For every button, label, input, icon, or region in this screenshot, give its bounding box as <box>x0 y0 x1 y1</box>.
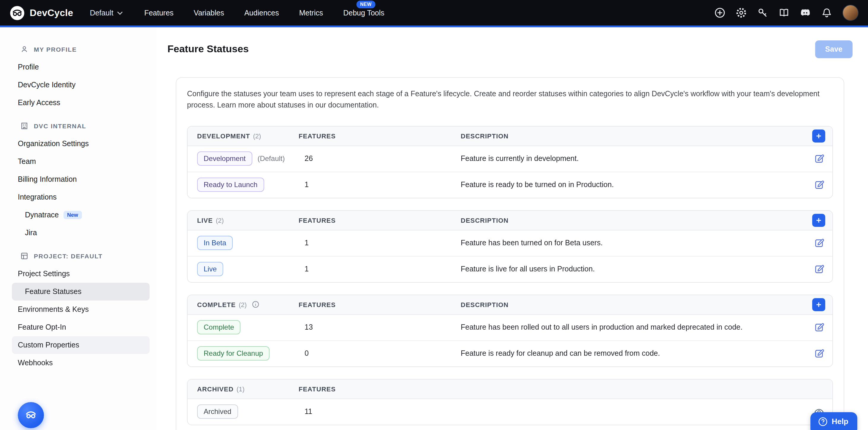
plus-icon <box>816 301 822 308</box>
notifications-icon[interactable] <box>821 7 832 19</box>
status-description: Feature is live for all users in Product… <box>461 265 805 274</box>
status-category-live: LIVE (2) FEATURES DESCRIPTION In Beta <box>187 210 833 283</box>
category-count: (2) <box>216 217 224 224</box>
sidebar-section-project-default: PROJECT: DEFAULT Project Settings Featur… <box>0 247 157 372</box>
status-row: Archived 11 <box>188 399 832 425</box>
nav-variables[interactable]: Variables <box>194 9 224 17</box>
nav-debug-tools[interactable]: NEW Debug Tools <box>343 9 384 17</box>
info-icon[interactable] <box>251 301 259 309</box>
page-title: Feature Statuses <box>167 43 249 55</box>
keys-icon[interactable] <box>757 7 768 19</box>
status-badge: Development <box>197 151 252 166</box>
edit-status-button[interactable] <box>812 320 826 335</box>
column-description: DESCRIPTION <box>461 301 805 308</box>
edit-icon <box>814 154 824 164</box>
category-header: DEVELOPMENT (2) FEATURES DESCRIPTION <box>188 126 832 146</box>
sidebar-item-organization-settings[interactable]: Organization Settings <box>12 135 150 153</box>
sidebar-item-billing-information[interactable]: Billing Information <box>12 171 150 188</box>
nav-audiences[interactable]: Audiences <box>244 9 279 17</box>
edit-status-button[interactable] <box>812 152 826 166</box>
nav-features[interactable]: Features <box>144 9 174 17</box>
intro-text: Configure the statuses your team uses to… <box>187 89 833 112</box>
category-header: LIVE (2) FEATURES DESCRIPTION <box>188 211 832 231</box>
sidebar-item-dynatrace[interactable]: Dynatrace New <box>12 206 150 224</box>
add-status-button[interactable] <box>812 129 825 143</box>
sidebar-section-dvc-internal: DVC INTERNAL Organization Settings Team … <box>0 117 157 242</box>
status-badge: In Beta <box>197 236 233 250</box>
default-suffix: (Default) <box>257 154 285 163</box>
user-icon <box>20 45 29 54</box>
edit-status-button[interactable] <box>812 346 826 361</box>
status-description: Feature has been turned on for Beta user… <box>461 239 805 247</box>
building-icon <box>20 122 29 130</box>
org-selector[interactable]: Default <box>90 9 123 17</box>
sidebar-item-jira[interactable]: Jira <box>12 224 150 242</box>
status-row: Ready for Cleanup 0 Feature is ready for… <box>188 340 832 366</box>
column-features: FEATURES <box>299 386 461 393</box>
sidebar-item-webhooks[interactable]: Webhooks <box>12 354 150 372</box>
settings-icon[interactable] <box>736 7 747 19</box>
status-badge: Archived <box>197 404 238 419</box>
category-name: DEVELOPMENT <box>197 132 250 140</box>
brand-name: DevCycle <box>30 7 73 18</box>
sidebar-item-early-access[interactable]: Early Access <box>12 94 150 112</box>
user-avatar[interactable] <box>842 5 859 21</box>
sidebar-item-feature-opt-in[interactable]: Feature Opt-In <box>12 318 150 336</box>
status-badge: Live <box>197 262 223 276</box>
primary-nav: Features Variables Audiences Metrics NEW… <box>144 9 384 17</box>
category-count: (2) <box>253 132 261 140</box>
brand[interactable]: DevCycle <box>9 5 73 21</box>
status-row: Live 1 Feature is live for all users in … <box>188 256 832 282</box>
column-description: DESCRIPTION <box>461 132 805 140</box>
edit-status-button[interactable] <box>812 262 826 276</box>
sidebar-item-team[interactable]: Team <box>12 153 150 171</box>
category-header: ARCHIVED (1) FEATURES <box>188 379 832 399</box>
docs-icon[interactable] <box>778 7 789 19</box>
status-category-complete: COMPLETE (2) FEATURES DESCRIPTION <box>187 295 833 367</box>
page-header: Feature Statuses Save <box>167 40 852 58</box>
status-row: Development (Default) 26 Feature is curr… <box>188 146 832 172</box>
sidebar-header-my-profile: MY PROFILE <box>0 40 157 58</box>
feature-count: 26 <box>299 155 461 163</box>
new-item-badge: New <box>64 211 82 219</box>
category-count: (2) <box>239 301 247 308</box>
status-row: Ready to Launch 1 Feature is ready to be… <box>188 172 832 198</box>
app: DevCycle Default Features Variables Audi… <box>0 0 868 430</box>
edit-status-button[interactable] <box>812 178 826 192</box>
create-icon[interactable] <box>714 7 725 19</box>
sidebar-item-feature-statuses[interactable]: Feature Statuses <box>12 283 150 301</box>
sidebar-item-custom-properties[interactable]: Custom Properties <box>12 336 150 354</box>
discord-icon[interactable] <box>800 7 811 19</box>
add-status-button[interactable] <box>812 298 825 311</box>
status-category-development: DEVELOPMENT (2) FEATURES DESCRIPTION Dev… <box>187 126 833 198</box>
status-description: Feature has been rolled out to all users… <box>461 324 805 332</box>
top-navbar: DevCycle Default Features Variables Audi… <box>0 0 868 26</box>
category-name: COMPLETE <box>197 301 236 308</box>
sidebar-item-integrations[interactable]: Integrations <box>12 188 150 206</box>
feature-count: 13 <box>299 324 461 332</box>
edit-status-button[interactable] <box>812 236 826 250</box>
save-button[interactable]: Save <box>815 40 852 58</box>
settings-sidebar: MY PROFILE Profile DevCycle Identity Ear… <box>0 27 157 430</box>
category-name: ARCHIVED <box>197 386 234 393</box>
add-status-button[interactable] <box>812 214 825 227</box>
sidebar-item-devcycle-identity[interactable]: DevCycle Identity <box>12 76 150 94</box>
status-badge: Complete <box>197 320 241 335</box>
sidebar-item-environments-keys[interactable]: Environments & Keys <box>12 301 150 318</box>
sidebar-item-profile[interactable]: Profile <box>12 58 150 76</box>
status-category-archived: ARCHIVED (1) FEATURES Archived 11 <box>187 379 833 425</box>
help-icon <box>818 417 828 426</box>
project-icon <box>20 252 29 260</box>
devcycle-assistant-button[interactable] <box>18 402 44 428</box>
help-button[interactable]: Help <box>810 412 857 430</box>
column-features: FEATURES <box>299 301 461 308</box>
sidebar-section-my-profile: MY PROFILE Profile DevCycle Identity Ear… <box>0 40 157 112</box>
edit-icon <box>814 264 824 274</box>
status-description: Feature is ready to be turned on in Prod… <box>461 181 805 189</box>
status-row: In Beta 1 Feature has been turned on for… <box>188 231 832 256</box>
edit-icon <box>814 349 824 359</box>
sidebar-item-project-settings[interactable]: Project Settings <box>12 265 150 283</box>
category-header: COMPLETE (2) FEATURES DESCRIPTION <box>188 295 832 315</box>
nav-metrics[interactable]: Metrics <box>299 9 323 17</box>
feature-count: 11 <box>299 408 461 416</box>
